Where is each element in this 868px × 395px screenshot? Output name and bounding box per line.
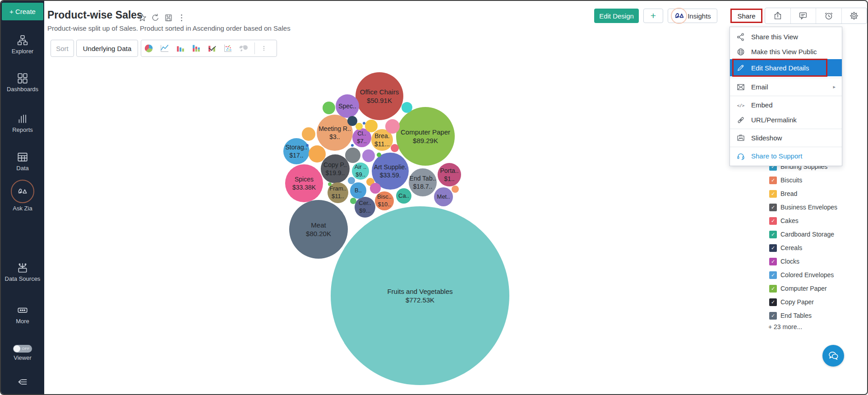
menu-item-share-to-support[interactable]: Share to Support [730, 149, 842, 163]
legend-checkbox[interactable]: ✓ [769, 312, 777, 320]
create-button[interactable]: + Create [2, 3, 43, 20]
scatter-chart-icon[interactable] [223, 43, 233, 53]
bubble-dot[interactable] [385, 119, 400, 134]
menu-item-email[interactable]: Email▸ [730, 79, 842, 94]
menu-item-embed[interactable]: </>Embed [730, 98, 842, 112]
bubble-dot[interactable] [302, 127, 315, 141]
legend-more-link[interactable]: + 23 more... [768, 323, 802, 330]
legend-item-business-envelopes[interactable]: ✓Business Envelopes [769, 200, 837, 214]
legend-checkbox[interactable]: ✓ [769, 244, 777, 252]
bar-chart-icon[interactable] [175, 43, 185, 53]
menu-item-make-this-view-public[interactable]: Make this View Public [730, 44, 842, 59]
sidebar-item-ask-zia[interactable]: Ask Zia [1, 180, 44, 212]
legend-checkbox[interactable]: ✓ [769, 285, 777, 293]
legend-checkbox[interactable]: ✓ [769, 258, 777, 265]
bubble-ca[interactable]: Ca.. [396, 188, 411, 204]
bubble-copy-p[interactable]: Copy P..$19.9.. [321, 154, 350, 183]
bubble-computer-paper[interactable]: Computer Paper$89.29K [396, 107, 455, 166]
save-icon[interactable] [164, 13, 173, 23]
bubble-dot[interactable] [377, 153, 381, 157]
sidebar-item-data[interactable]: Data [1, 151, 44, 172]
pie-chart-icon[interactable] [144, 43, 154, 53]
legend-item-bread[interactable]: ✓Bread [769, 187, 797, 200]
add-button[interactable]: + [643, 9, 663, 23]
insights-button[interactable]: Insights [668, 9, 717, 23]
bubble-spec[interactable]: Spec.. [336, 94, 359, 118]
underlying-data-button[interactable]: Underlying Data [76, 40, 138, 57]
line-chart-icon[interactable] [160, 43, 170, 53]
bubble-dot[interactable] [323, 102, 335, 114]
bubble-porta[interactable]: Porta..$1.. [438, 163, 461, 186]
menu-item-share-this-view[interactable]: Share this View [730, 29, 842, 44]
legend-checkbox[interactable]: ✓ [769, 271, 777, 279]
bubble-dot[interactable] [402, 102, 412, 113]
sidebar-collapse-button[interactable] [1, 376, 44, 388]
sidebar-item-data-sources[interactable]: Data Sources [1, 262, 44, 283]
alarm-button[interactable] [816, 8, 841, 23]
bubble-dot[interactable] [345, 148, 360, 163]
legend-checkbox[interactable]: ✓ [769, 177, 777, 184]
bubble-dot[interactable] [309, 145, 326, 163]
share-button[interactable]: Share [730, 9, 762, 23]
star-icon[interactable] [138, 13, 147, 23]
legend-checkbox[interactable]: ✓ [769, 298, 777, 306]
bubble-dot[interactable] [365, 120, 378, 132]
bubble-spices[interactable]: Spices$33.38K [285, 164, 323, 202]
bubble-dot[interactable] [363, 122, 365, 125]
legend-checkbox[interactable]: ✓ [769, 217, 777, 225]
sort-button[interactable]: Sort [51, 40, 74, 57]
legend-item-computer-paper[interactable]: ✓Computer Paper [769, 282, 827, 295]
legend-item-copy-paper[interactable]: ✓Copy Paper [769, 295, 814, 309]
legend-item-end-tables[interactable]: ✓End Tables [769, 309, 812, 322]
comment-button[interactable] [790, 8, 816, 23]
chat-fab-button[interactable] [822, 345, 844, 367]
bubble-bisc[interactable]: Bisc..$10.. [375, 191, 394, 210]
legend-item-cakes[interactable]: ✓Cakes [769, 214, 799, 228]
stacked-bar-icon[interactable] [191, 43, 201, 53]
bubble-dot[interactable] [362, 149, 375, 162]
kebab-icon[interactable] [261, 43, 267, 53]
bubble-dot[interactable] [351, 144, 354, 147]
bubble-fruits-and-vegetables[interactable]: Fruits and Vegetables$772.53K [331, 206, 509, 385]
bubble-dot[interactable] [348, 177, 355, 184]
bubble-office-chairs[interactable]: Office Chairs$50.91K [356, 72, 403, 120]
bubble-cer[interactable]: Cer..$9... [355, 197, 375, 218]
bubble-storag[interactable]: Storag..$17.. [283, 138, 309, 164]
sidebar-item-explorer[interactable]: Explorer [1, 34, 44, 55]
combo-chart-icon[interactable] [207, 43, 217, 53]
bubble-dot[interactable] [350, 198, 356, 204]
bubble-dot[interactable] [356, 123, 363, 130]
edit-design-button[interactable]: Edit Design [594, 9, 639, 23]
bubble-dot[interactable] [370, 183, 381, 194]
bubble-air[interactable]: Air ..$9.. [352, 163, 369, 180]
bubble-dot[interactable] [306, 144, 309, 147]
legend-checkbox[interactable]: ✓ [769, 204, 777, 211]
legend-item-clocks[interactable]: ✓Clocks [769, 255, 799, 268]
legend-item-biscuits[interactable]: ✓Biscuits [769, 173, 802, 187]
menu-item-slideshow[interactable]: Slideshow [730, 130, 842, 145]
viewer-toggle[interactable]: OFF Viewer [1, 345, 44, 362]
bubble-end-tab[interactable]: End Tab..$18.7.. [409, 168, 437, 196]
bubble-dot[interactable] [391, 144, 399, 152]
map-chart-icon[interactable] [239, 43, 249, 53]
menu-item-url-permalink[interactable]: URL/Permalink [730, 112, 842, 127]
refresh-icon[interactable] [151, 13, 160, 23]
bubble-dot[interactable] [452, 186, 459, 193]
export-button[interactable] [765, 8, 790, 23]
sidebar-item-reports[interactable]: Reports [1, 113, 44, 134]
legend-checkbox[interactable]: ✓ [769, 231, 777, 238]
menu-item-edit-shared-details[interactable]: Edit Shared Details [730, 59, 842, 76]
sidebar-item-more[interactable]: More [1, 304, 44, 325]
legend-item-cereals[interactable]: ✓Cereals [769, 241, 802, 255]
legend-item-colored-envelopes[interactable]: ✓Colored Envelopes [769, 268, 834, 282]
viewer-toggle-pill[interactable]: OFF [13, 345, 32, 353]
bubble-dot[interactable] [328, 182, 332, 186]
bubble-meat[interactable]: Meat$80.20K [289, 200, 348, 259]
bubble-b[interactable]: B.. [350, 182, 366, 199]
legend-checkbox[interactable]: ✓ [769, 190, 777, 198]
bubble-met[interactable]: Met.. [434, 187, 453, 206]
gear-button[interactable] [841, 8, 867, 23]
kebab-icon[interactable] [177, 13, 186, 23]
legend-item-cardboard-storage[interactable]: ✓Cardboard Storage [769, 228, 834, 241]
sidebar-item-dashboards[interactable]: Dashboards [1, 72, 44, 93]
